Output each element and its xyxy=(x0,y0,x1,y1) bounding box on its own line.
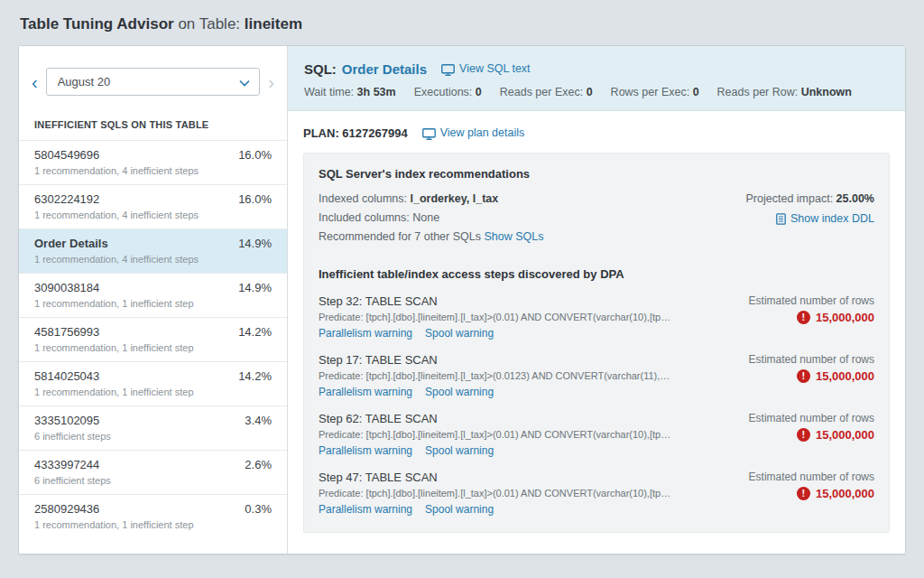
sql-list-item[interactable]: 458175699314.2% 1 recommendation, 1 inef… xyxy=(19,317,287,361)
recommendations-panel: SQL Server's index recommendations Index… xyxy=(303,153,890,533)
recommendations-grid: Indexed columns: l_orderkey, l_tax Inclu… xyxy=(319,192,874,249)
sql-item-name: 2580929436 xyxy=(34,502,99,516)
sql-item-percent: 2.6% xyxy=(245,458,272,471)
page-title: Table Tuning Advisor on Table: lineitem xyxy=(0,0,924,45)
estimated-rows-value: ! 15,000,000 xyxy=(749,311,874,324)
sql-item-subtitle: 1 recommendation, 1 inefficient step xyxy=(34,519,272,530)
sql-item-percent: 14.2% xyxy=(238,369,272,383)
parallelism-warning-link[interactable]: Parallelism warning xyxy=(319,386,412,398)
sql-item-subtitle: 1 recommendation, 4 inefficient steps xyxy=(34,165,272,176)
error-icon: ! xyxy=(797,311,810,324)
advisor-card: ‹ August 20 › INEFFICIENT SQLS ON THIS T… xyxy=(18,45,906,555)
stat-wait-time: Wait time: 3h 53m xyxy=(304,86,396,98)
projected-impact-value: 25.00% xyxy=(836,192,874,205)
sql-item-subtitle: 1 recommendation, 4 inefficient steps xyxy=(34,254,272,265)
stat-rows-per-exec: Rows per Exec: 0 xyxy=(611,86,699,98)
recommendations-right: Projected impact: 25.00% Show index DDL xyxy=(746,192,874,249)
monitor-icon xyxy=(422,126,436,139)
sql-label: SQL: xyxy=(304,61,337,77)
parallelism-warning-link[interactable]: Parallelism warning xyxy=(319,503,412,516)
sql-list-item[interactable]: 33351020953.4% 6 inefficient steps xyxy=(19,406,287,450)
steps-section-title: Inefficient table/index access steps dis… xyxy=(319,267,874,281)
inefficient-step: Step 32: TABLE SCAN Predicate: [tpch].[d… xyxy=(319,294,874,340)
view-sql-text-link[interactable]: View SQL text xyxy=(441,62,531,75)
page-title-table: lineitem xyxy=(245,15,302,33)
estimated-rows-value: ! 15,000,000 xyxy=(749,369,874,383)
parallelism-warning-link[interactable]: Parallelism warning xyxy=(319,327,412,340)
estimated-rows-label: Estimated number of rows xyxy=(749,353,874,366)
step-name: Step 17: TABLE SCAN xyxy=(319,353,670,367)
sql-item-percent: 3.4% xyxy=(245,414,272,427)
sql-item-name: 4581756993 xyxy=(34,325,99,339)
estimated-rows-label: Estimated number of rows xyxy=(749,412,874,424)
included-columns-line: Included columns: None xyxy=(319,211,543,224)
sql-item-name: Order Details xyxy=(34,237,108,250)
sql-item-subtitle: 1 recommendation, 1 inefficient step xyxy=(34,342,272,353)
sql-item-subtitle: 1 recommendation, 1 inefficient step xyxy=(34,298,272,309)
sql-list-item[interactable]: 309003818414.9% 1 recommendation, 1 inef… xyxy=(19,273,287,317)
sql-item-name: 5814025043 xyxy=(34,369,99,383)
sql-list-item[interactable]: 581402504314.2% 1 recommendation, 1 inef… xyxy=(19,361,287,406)
inefficient-step: Step 17: TABLE SCAN Predicate: [tpch].[d… xyxy=(319,353,874,398)
page: Table Tuning Advisor on Table: lineitem … xyxy=(0,0,924,578)
inefficient-step: Step 62: TABLE SCAN Predicate: [tpch].[d… xyxy=(319,412,874,457)
main-panel: SQL: Order Details View SQL text Wait ti… xyxy=(288,46,905,554)
sql-item-name: 5804549696 xyxy=(34,148,99,162)
indexed-columns-line: Indexed columns: l_orderkey, l_tax xyxy=(319,192,543,205)
sql-item-name: 4333997244 xyxy=(34,458,99,471)
error-icon: ! xyxy=(797,487,810,500)
step-name: Step 62: TABLE SCAN xyxy=(319,412,670,425)
estimated-rows-value: ! 15,000,000 xyxy=(749,487,874,500)
prev-date-chevron-icon[interactable]: ‹ xyxy=(30,73,40,91)
monitor-icon xyxy=(441,62,455,75)
sql-list-item[interactable]: 43339972442.6% 6 inefficient steps xyxy=(19,450,287,494)
spool-warning-link[interactable]: Spool warning xyxy=(425,386,494,398)
inefficient-sql-list: 580454969616.0% 1 recommendation, 4 inef… xyxy=(19,140,287,554)
sql-list-item[interactable]: 630222419216.0% 1 recommendation, 4 inef… xyxy=(19,184,287,228)
sql-list-item[interactable]: 25809294360.3% 1 recommendation, 1 ineff… xyxy=(19,494,287,538)
stat-reads-per-exec: Reads per Exec: 0 xyxy=(500,86,593,98)
plan-title: PLAN: 6127267994 xyxy=(303,126,408,140)
estimated-rows-label: Estimated number of rows xyxy=(749,471,874,483)
parallelism-warning-link[interactable]: Parallelism warning xyxy=(319,444,412,457)
sql-item-percent: 16.0% xyxy=(238,192,272,206)
indexed-columns-value: l_orderkey, l_tax xyxy=(410,192,498,205)
sql-stats-row: Wait time: 3h 53m Executions: 0 Reads pe… xyxy=(304,86,889,98)
sql-item-subtitle: 1 recommendation, 4 inefficient steps xyxy=(34,210,272,220)
step-name: Step 32: TABLE SCAN xyxy=(319,294,670,308)
step-predicate: Predicate: [tpch].[dbo].[lineitem].[l_ta… xyxy=(319,312,670,322)
sidebar-section-header: INEFFICIENT SQLS ON THIS TABLE xyxy=(19,112,287,140)
error-icon: ! xyxy=(797,428,810,442)
sql-list-item[interactable]: 580454969616.0% 1 recommendation, 4 inef… xyxy=(19,140,287,184)
sql-item-name: 3335102095 xyxy=(34,414,99,427)
estimated-rows-label: Estimated number of rows xyxy=(749,294,874,307)
spool-warning-link[interactable]: Spool warning xyxy=(425,503,494,516)
step-predicate: Predicate: [tpch].[dbo].[lineitem].[l_ta… xyxy=(319,488,670,499)
sql-item-subtitle: 6 inefficient steps xyxy=(34,475,272,486)
step-predicate: Predicate: [tpch].[dbo].[lineitem].[l_ta… xyxy=(319,370,670,381)
sql-item-percent: 16.0% xyxy=(238,148,272,162)
error-icon: ! xyxy=(797,369,810,383)
estimated-rows-value: ! 15,000,000 xyxy=(749,428,874,442)
sql-item-subtitle: 1 recommendation, 1 inefficient step xyxy=(34,387,272,397)
date-dropdown-value: August 20 xyxy=(58,75,111,89)
spool-warning-link[interactable]: Spool warning xyxy=(425,444,494,457)
inefficient-step: Step 47: TABLE SCAN Predicate: [tpch].[d… xyxy=(319,471,874,516)
projected-impact-line: Projected impact: 25.00% xyxy=(746,192,874,205)
included-columns-value: None xyxy=(412,211,439,224)
sql-item-name: 6302224192 xyxy=(34,192,99,206)
sql-list-item-selected[interactable]: Order Details14.9% 1 recommendation, 4 i… xyxy=(19,228,287,273)
view-plan-details-link[interactable]: View plan details xyxy=(422,126,525,139)
next-date-chevron-icon[interactable]: › xyxy=(266,73,276,91)
page-title-mid: on Table: xyxy=(178,15,240,33)
recommendations-left: Indexed columns: l_orderkey, l_tax Inclu… xyxy=(319,192,543,249)
date-dropdown[interactable]: August 20 xyxy=(46,68,261,96)
plan-content: PLAN: 6127267994 View plan details SQL S… xyxy=(288,111,905,554)
show-sqls-link[interactable]: Show SQLs xyxy=(484,230,543,243)
sql-item-percent: 14.9% xyxy=(238,237,272,250)
sidebar: ‹ August 20 › INEFFICIENT SQLS ON THIS T… xyxy=(19,46,288,554)
spool-warning-link[interactable]: Spool warning xyxy=(425,327,494,340)
show-index-ddl-link[interactable]: Show index DDL xyxy=(776,212,874,225)
recommendations-title: SQL Server's index recommendations xyxy=(319,167,874,181)
sql-item-subtitle: 6 inefficient steps xyxy=(34,431,272,442)
